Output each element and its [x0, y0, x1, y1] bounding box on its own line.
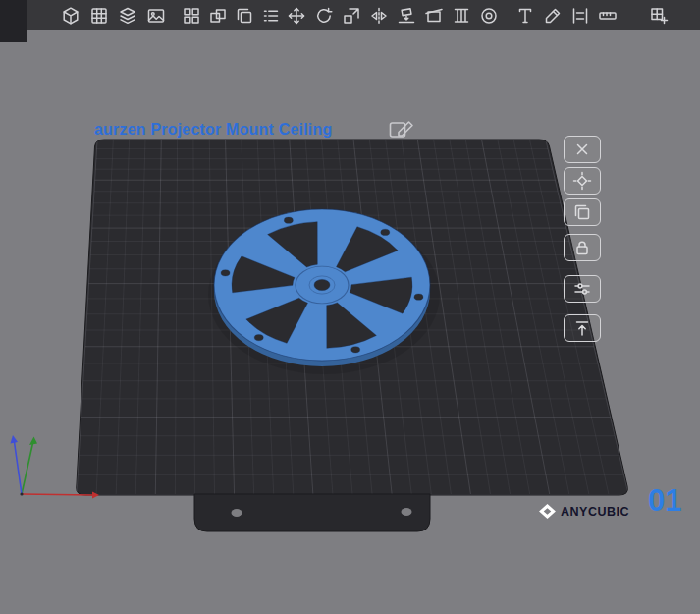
right-toolbar — [564, 136, 605, 342]
object-list-icon — [261, 6, 281, 26]
paint-tool-button[interactable] — [541, 4, 565, 28]
import-model-icon — [61, 6, 81, 26]
add-build-plate-button[interactable] — [647, 4, 671, 28]
cut-tool-button[interactable] — [422, 4, 446, 28]
toolbar-group-4 — [513, 4, 619, 28]
top-toolbar — [0, 0, 700, 30]
mirror-tool-icon — [369, 6, 389, 26]
plate-number: 01 — [648, 483, 681, 519]
text-tool-icon — [515, 6, 535, 26]
rename-model-button[interactable] — [389, 119, 414, 140]
align-tool-button[interactable] — [568, 4, 592, 28]
lay-flat-tool-button[interactable] — [395, 4, 418, 28]
anycubic-logo-icon — [539, 504, 556, 519]
lay-flat-tool-icon — [397, 6, 416, 26]
object-list-button[interactable] — [259, 4, 283, 28]
measure-tool-icon — [598, 6, 618, 26]
pencil-edit-icon — [389, 119, 414, 140]
plate-tab — [194, 494, 430, 531]
brand-logo: ANYCUBIC — [539, 504, 629, 519]
delete-object-icon — [572, 140, 592, 159]
rotate-tool-button[interactable] — [312, 4, 336, 28]
toolbar-group-1 — [59, 4, 168, 28]
delete-object-button[interactable] — [564, 136, 601, 163]
preview-image-button[interactable] — [144, 4, 168, 28]
brand-text: ANYCUBIC — [561, 505, 629, 519]
toolbar-group-3 — [285, 4, 501, 28]
slice-layers-button[interactable] — [116, 4, 139, 28]
object-settings-button[interactable] — [564, 275, 601, 303]
move-tool-icon — [287, 6, 306, 26]
auto-arrange-button[interactable] — [564, 167, 601, 195]
cut-tool-icon — [424, 6, 444, 26]
merge-objects-button[interactable] — [206, 4, 230, 28]
workspace-grid-icon — [89, 6, 109, 26]
mirror-tool-button[interactable] — [367, 4, 391, 28]
copy-object-button[interactable] — [233, 4, 256, 28]
support-tool-button[interactable] — [450, 4, 473, 28]
window-corner — [0, 0, 27, 42]
workspace-grid-button[interactable] — [87, 4, 111, 28]
model-wheel[interactable] — [214, 209, 430, 366]
rotate-tool-icon — [314, 6, 334, 26]
auto-arrange-icon — [572, 171, 592, 191]
move-to-top-button[interactable] — [564, 314, 601, 342]
object-settings-icon — [572, 279, 592, 299]
move-tool-button[interactable] — [285, 4, 308, 28]
hollow-tool-icon — [479, 6, 499, 26]
merge-objects-icon — [208, 6, 228, 26]
import-model-button[interactable] — [59, 4, 82, 28]
lock-object-icon — [572, 238, 592, 257]
toolbar-group-2 — [180, 4, 283, 28]
support-tool-icon — [452, 6, 471, 26]
scale-tool-icon — [342, 6, 361, 26]
move-to-top-icon — [572, 318, 592, 338]
arrange-objects-button[interactable] — [180, 4, 203, 28]
align-tool-icon — [570, 6, 590, 26]
slice-layers-icon — [118, 6, 137, 26]
arrange-objects-icon — [182, 6, 201, 26]
model-name-label: aurzen Projector Mount Ceiling — [94, 121, 332, 139]
duplicate-object-button[interactable] — [564, 198, 601, 226]
copy-object-icon — [235, 6, 254, 26]
lock-object-button[interactable] — [564, 234, 601, 261]
duplicate-object-icon — [572, 202, 592, 222]
add-build-plate-icon — [649, 6, 669, 26]
preview-image-icon — [146, 6, 166, 26]
hollow-tool-button[interactable] — [477, 4, 501, 28]
text-tool-button[interactable] — [513, 4, 537, 28]
paint-tool-icon — [543, 6, 563, 26]
scale-tool-button[interactable] — [340, 4, 363, 28]
toolbar-group-5 — [647, 4, 671, 28]
measure-tool-button[interactable] — [596, 4, 619, 28]
